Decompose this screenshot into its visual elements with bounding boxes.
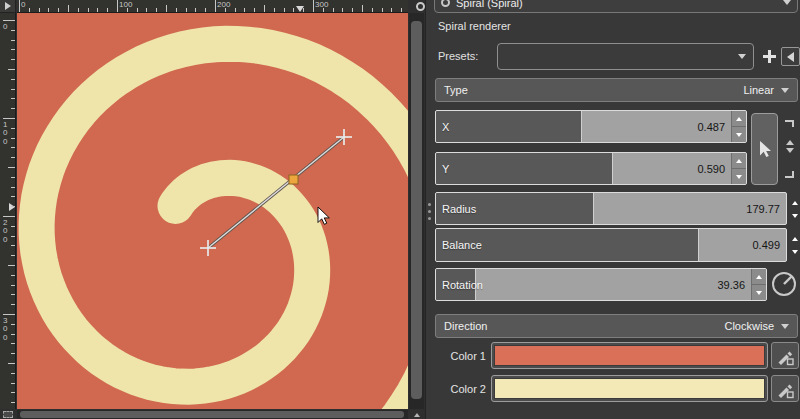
rotation-slider-value[interactable]: 39.36 <box>717 279 745 291</box>
spin-up-icon <box>736 117 742 121</box>
radius-spinner[interactable] <box>788 196 800 222</box>
color2-swatch-button[interactable] <box>491 375 768 402</box>
image-canvas[interactable] <box>17 13 408 409</box>
direction-value: Clockwise <box>724 320 774 332</box>
y-spinner[interactable] <box>731 153 746 184</box>
color1-swatch-button[interactable] <box>491 342 768 369</box>
cursor-arrow-icon <box>758 140 772 158</box>
spin-down-icon <box>792 250 798 254</box>
operation-title-header[interactable]: Spiral (Spiral) <box>434 0 798 13</box>
radius-slider-value[interactable]: 179.77 <box>746 203 780 215</box>
x-spinner[interactable] <box>731 111 746 142</box>
ruler-origin-menu-button[interactable] <box>0 0 16 13</box>
balance-slider-value[interactable]: 0.499 <box>752 239 780 251</box>
splitter-grip-icon[interactable] <box>428 217 431 220</box>
splitter-grip-icon[interactable] <box>428 210 431 213</box>
plus-icon <box>763 50 776 63</box>
x-slider-fill <box>436 111 582 142</box>
rotation-slider[interactable]: Rotation 39.36 <box>435 268 767 301</box>
gimp-window: 0100200300400 0100200300400 Spiral <box>0 0 800 419</box>
color1-label: Color 1 <box>434 342 486 369</box>
vertical-ruler[interactable]: 0100200300400 <box>0 13 16 409</box>
spiral-dialog-panel: Spiral (Spiral) Spiral renderer Presets:… <box>425 0 800 419</box>
navigation-button[interactable] <box>409 410 424 419</box>
direction-label: Direction <box>444 320 724 332</box>
x-slider-value[interactable]: 0.487 <box>697 121 725 133</box>
add-preset-button[interactable] <box>759 46 779 67</box>
chevron-down-icon <box>781 88 789 93</box>
splitter-grip-icon[interactable] <box>428 203 431 206</box>
y-slider-value[interactable]: 0.590 <box>697 163 725 175</box>
vertical-scrollbar[interactable] <box>409 13 424 409</box>
navigation-icon <box>414 413 420 417</box>
spin-up-icon <box>736 159 742 163</box>
horizontal-scrollbar-thumb[interactable] <box>20 411 404 418</box>
radius-slider[interactable]: Radius 179.77 <box>435 192 787 225</box>
type-dropdown[interactable]: Type Linear <box>435 78 798 102</box>
play-triangle-icon <box>5 2 11 10</box>
dial-knob-icon <box>769 269 799 299</box>
pick-position-button[interactable] <box>751 113 778 185</box>
manage-presets-button[interactable] <box>781 47 800 66</box>
rotation-slider-label: Rotation <box>442 279 483 291</box>
presets-dropdown[interactable] <box>497 43 754 70</box>
y-slider-label: Y <box>442 163 449 175</box>
operation-title: Spiral (Spiral) <box>456 0 523 9</box>
circle-icon <box>416 2 425 11</box>
link-xy-chain-button[interactable] <box>781 120 796 178</box>
type-label: Type <box>444 84 743 96</box>
x-slider[interactable]: X 0.487 <box>435 110 747 143</box>
type-value: Linear <box>743 84 774 96</box>
quick-mask-toggle[interactable] <box>0 410 16 419</box>
spin-down-icon <box>736 175 742 179</box>
radius-slider-label: Radius <box>442 203 476 215</box>
horizontal-scrollbar[interactable] <box>17 410 408 419</box>
spin-down-icon <box>792 214 798 218</box>
spin-down-icon <box>756 291 762 295</box>
operation-description: Spiral renderer <box>438 20 511 32</box>
spin-up-icon <box>792 201 798 205</box>
y-slider-fill <box>436 153 613 184</box>
broken-chain-icon <box>784 140 795 153</box>
chevron-down-icon <box>738 54 746 59</box>
chain-bracket-top-icon <box>785 120 794 127</box>
direction-dropdown[interactable]: Direction Clockwise <box>435 314 798 338</box>
color2-picker-button[interactable] <box>771 375 799 402</box>
presets-label: Presets: <box>438 50 478 62</box>
triangle-left-icon <box>787 52 794 62</box>
rotation-dial-button[interactable] <box>769 269 799 299</box>
chevron-down-icon <box>781 324 789 329</box>
x-slider-label: X <box>442 121 449 133</box>
quick-mask-icon <box>3 411 13 418</box>
operation-icon <box>441 0 450 7</box>
rotation-spinner[interactable] <box>751 269 766 300</box>
chain-bracket-bottom-icon <box>785 171 794 178</box>
chevron-down-icon <box>783 0 791 5</box>
horizontal-ruler[interactable]: 0100200300400 <box>17 0 408 13</box>
balance-slider[interactable]: Balance 0.499 <box>435 228 787 262</box>
spin-up-icon <box>792 237 798 241</box>
y-slider[interactable]: Y 0.590 <box>435 152 747 185</box>
color2-swatch <box>494 378 765 399</box>
color1-picker-button[interactable] <box>771 342 799 369</box>
vertical-scrollbar-thumb[interactable] <box>411 21 422 399</box>
spin-down-icon <box>736 133 742 137</box>
color2-label: Color 2 <box>434 375 486 402</box>
tool-balance-handle[interactable] <box>289 175 298 184</box>
spin-up-icon <box>756 275 762 279</box>
balance-spinner[interactable] <box>788 232 800 258</box>
color-picker-icon <box>775 346 795 366</box>
color1-swatch <box>494 345 765 366</box>
balance-slider-label: Balance <box>442 239 482 251</box>
spiral-artwork <box>17 13 408 409</box>
color-picker-icon <box>775 379 795 399</box>
spiral-band <box>17 44 408 409</box>
